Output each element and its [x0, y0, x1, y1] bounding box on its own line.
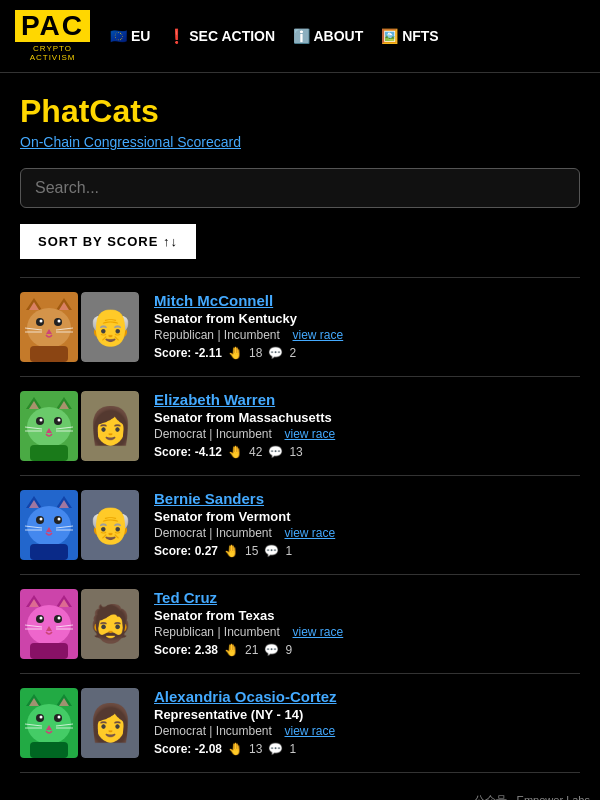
- cat-avatar: [20, 688, 78, 758]
- svg-point-69: [27, 704, 71, 744]
- photo-avatar: 👴: [81, 490, 139, 560]
- politician-title: Senator from Texas: [154, 608, 580, 623]
- score-value: Score: -2.08: [154, 742, 222, 756]
- cat-avatar: [20, 490, 78, 560]
- politician-title: Senator from Massachusetts: [154, 410, 580, 425]
- search-input[interactable]: [35, 179, 565, 197]
- logo: PAC CRYPTOACTIVISM: [15, 10, 90, 62]
- avatar-container: 🧔: [20, 589, 140, 659]
- photo-avatar: 👩: [81, 688, 139, 758]
- svg-point-73: [58, 716, 61, 719]
- hand-count: 42: [249, 445, 262, 459]
- nav-sec-action[interactable]: ❗ SEC ACTION: [168, 28, 275, 44]
- view-race-link[interactable]: view race: [293, 328, 344, 342]
- view-race-link[interactable]: view race: [285, 526, 336, 540]
- politician-info: Mitch McConnell Senator from Kentucky Re…: [154, 292, 580, 360]
- comment-count: 1: [285, 544, 292, 558]
- svg-point-9: [58, 320, 61, 323]
- svg-point-25: [58, 419, 61, 422]
- politician-row: 👩 Alexandria Ocasio-Cortez Representativ…: [20, 674, 580, 773]
- score-value: Score: -4.12: [154, 445, 222, 459]
- hand-count: 13: [249, 742, 262, 756]
- photo-avatar: 👩: [81, 391, 139, 461]
- page-title: PhatCats: [20, 93, 580, 130]
- politician-info: Elizabeth Warren Senator from Massachuse…: [154, 391, 580, 459]
- svg-point-24: [40, 419, 43, 422]
- score-value: Score: -2.11: [154, 346, 222, 360]
- svg-point-37: [27, 506, 71, 546]
- comment-icon: 💬: [264, 643, 279, 657]
- comment-count: 9: [285, 643, 292, 657]
- hand-icon: 🤚: [224, 643, 239, 657]
- nav-about[interactable]: ℹ️ ABOUT: [293, 28, 363, 44]
- avatar-container: 👩: [20, 688, 140, 758]
- hand-icon: 🤚: [228, 445, 243, 459]
- politician-score: Score: -4.12 🤚 42 💬 13: [154, 445, 580, 459]
- politician-list: 👴 Mitch McConnell Senator from Kentucky …: [20, 277, 580, 773]
- logo-pac-text: PAC: [15, 10, 90, 42]
- politician-info: Alexandria Ocasio-Cortez Representative …: [154, 688, 580, 756]
- svg-point-56: [40, 617, 43, 620]
- comment-icon: 💬: [268, 445, 283, 459]
- comment-count: 1: [289, 742, 296, 756]
- svg-point-40: [40, 518, 43, 521]
- hand-icon: 🤚: [228, 742, 243, 756]
- avatar-container: 👴: [20, 292, 140, 362]
- politician-title: Representative (NY - 14): [154, 707, 580, 722]
- politician-title: Senator from Kentucky: [154, 311, 580, 326]
- hand-icon: 🤚: [228, 346, 243, 360]
- score-value: Score: 2.38: [154, 643, 218, 657]
- svg-point-53: [27, 605, 71, 645]
- svg-rect-31: [30, 445, 68, 461]
- page-subtitle[interactable]: On-Chain Congressional Scorecard: [20, 134, 580, 150]
- politician-name[interactable]: Alexandria Ocasio-Cortez: [154, 688, 580, 705]
- score-value: Score: 0.27: [154, 544, 218, 558]
- nav-bar: 🇪🇺 EU ❗ SEC ACTION ℹ️ ABOUT 🖼️ NFTS: [110, 28, 439, 44]
- cat-avatar: [20, 292, 78, 362]
- politician-score: Score: -2.08 🤚 13 💬 1: [154, 742, 580, 756]
- svg-rect-15: [30, 346, 68, 362]
- politician-info: Ted Cruz Senator from Texas Republican |…: [154, 589, 580, 657]
- watermark: 公众号 · Empower Labs: [0, 783, 600, 800]
- comment-count: 13: [289, 445, 302, 459]
- politician-party: Democrat | Incumbent view race: [154, 724, 580, 738]
- photo-avatar: 🧔: [81, 589, 139, 659]
- politician-name[interactable]: Mitch McConnell: [154, 292, 580, 309]
- hand-count: 18: [249, 346, 262, 360]
- politician-party: Republican | Incumbent view race: [154, 625, 580, 639]
- politician-row: 🧔 Ted Cruz Senator from Texas Republican…: [20, 575, 580, 674]
- hand-count: 21: [245, 643, 258, 657]
- nav-eu[interactable]: 🇪🇺 EU: [110, 28, 150, 44]
- avatar-container: 👴: [20, 490, 140, 560]
- politician-score: Score: 0.27 🤚 15 💬 1: [154, 544, 580, 558]
- politician-name[interactable]: Bernie Sanders: [154, 490, 580, 507]
- cat-avatar: [20, 391, 78, 461]
- svg-point-8: [40, 320, 43, 323]
- politician-party: Democrat | Incumbent view race: [154, 427, 580, 441]
- politician-party: Republican | Incumbent view race: [154, 328, 580, 342]
- politician-title: Senator from Vermont: [154, 509, 580, 524]
- view-race-link[interactable]: view race: [293, 625, 344, 639]
- photo-avatar: 👴: [81, 292, 139, 362]
- svg-rect-47: [30, 544, 68, 560]
- politician-row: 👩 Elizabeth Warren Senator from Massachu…: [20, 377, 580, 476]
- svg-point-41: [58, 518, 61, 521]
- politician-score: Score: -2.11 🤚 18 💬 2: [154, 346, 580, 360]
- politician-name[interactable]: Ted Cruz: [154, 589, 580, 606]
- politician-score: Score: 2.38 🤚 21 💬 9: [154, 643, 580, 657]
- sort-button[interactable]: SORT BY SCORE ↑↓: [20, 224, 196, 259]
- svg-rect-79: [30, 742, 68, 758]
- politician-name[interactable]: Elizabeth Warren: [154, 391, 580, 408]
- svg-point-57: [58, 617, 61, 620]
- comment-icon: 💬: [268, 346, 283, 360]
- svg-point-72: [40, 716, 43, 719]
- hand-icon: 🤚: [224, 544, 239, 558]
- search-container[interactable]: [20, 168, 580, 208]
- avatar-container: 👩: [20, 391, 140, 461]
- comment-icon: 💬: [264, 544, 279, 558]
- cat-avatar: [20, 589, 78, 659]
- header: PAC CRYPTOACTIVISM 🇪🇺 EU ❗ SEC ACTION ℹ️…: [0, 0, 600, 73]
- nav-nfts[interactable]: 🖼️ NFTS: [381, 28, 438, 44]
- view-race-link[interactable]: view race: [285, 427, 336, 441]
- view-race-link[interactable]: view race: [285, 724, 336, 738]
